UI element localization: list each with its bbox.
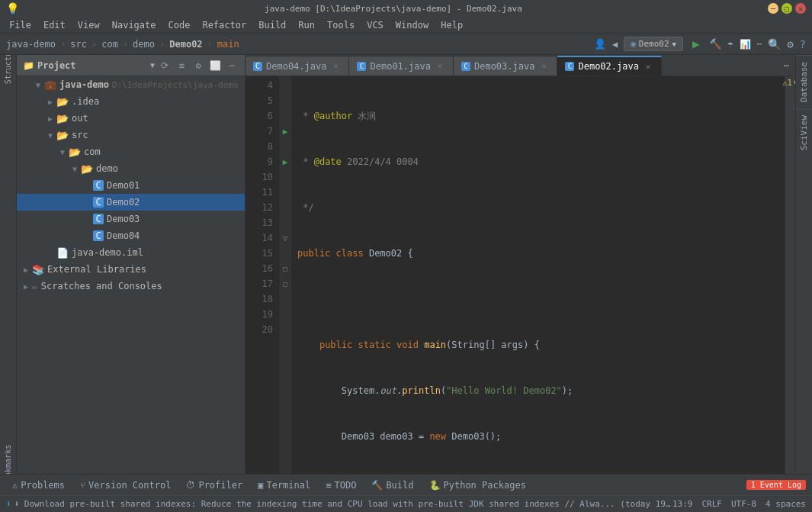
menu-vcs[interactable]: VCS (361, 17, 390, 34)
tree-item-demo04[interactable]: C Demo04 (17, 227, 245, 244)
tab-demo02-close[interactable]: ✕ (643, 61, 653, 72)
fold-line-16[interactable]: □ (279, 261, 291, 276)
build-tab[interactable]: 🔨 Build (365, 475, 419, 496)
code-line-11: Demo03 demo03 = new Demo03(); (297, 429, 778, 444)
indent-setting[interactable]: 4 spaces (765, 499, 806, 509)
sciview-tab[interactable]: SciView (796, 108, 812, 156)
tab-demo01-icon: C (357, 62, 366, 71)
profiler-button[interactable]: 📊 (740, 39, 751, 50)
menu-refactor[interactable]: Refactor (196, 17, 252, 34)
build-button[interactable]: 🔨 (709, 38, 721, 50)
tab-demo01-close[interactable]: ✕ (435, 61, 445, 72)
menu-window[interactable]: Window (390, 17, 435, 34)
line-ending[interactable]: CRLF (701, 499, 722, 509)
panel-options-icon[interactable]: ⋯ (225, 59, 239, 72)
terminal-tab[interactable]: ▣ Terminal (252, 475, 316, 496)
search-everywhere-btn[interactable]: 🔍 (768, 38, 781, 50)
menu-code[interactable]: Code (162, 17, 197, 34)
panel-dropdown[interactable]: ▼ (150, 61, 155, 69)
nav-demo02[interactable]: Demo02 (169, 39, 202, 50)
python-packages-tab[interactable]: 🐍 Python Packages (423, 475, 532, 496)
menu-tools[interactable]: Tools (321, 17, 361, 34)
event-log-button[interactable]: 1 Event Log (746, 480, 806, 490)
profiler-tab[interactable]: ⏱ Profiler (180, 475, 249, 496)
nav-src[interactable]: src (70, 39, 87, 50)
tree-item-scratches[interactable]: ▶ ✏ Scratches and Consoles (17, 278, 245, 295)
menu-file[interactable]: File (3, 17, 37, 34)
tree-item-demo02[interactable]: C Demo02 (17, 194, 245, 211)
tree-item-java-demo[interactable]: ▼ 💼 java-demo D:\IdeaProjects\java-demo (17, 76, 245, 93)
tree-item-out[interactable]: ▶ 📂 out (17, 110, 245, 127)
nav-demo[interactable]: demo (133, 39, 155, 50)
cursor-position[interactable]: 13:9 (672, 499, 693, 509)
run-line-7[interactable]: ▶ (279, 124, 291, 139)
collapse-all-icon[interactable]: ≡ (175, 59, 188, 72)
minimize-button[interactable]: ─ (768, 3, 778, 14)
nav-bar: java-demo › src › com › demo › Demo02 › … (0, 34, 812, 55)
app-icon: 💡 (6, 2, 19, 14)
expand-icon[interactable]: ⬜ (208, 59, 222, 72)
nav-user-icon[interactable]: 👤 (594, 38, 606, 50)
bookmarks-tab[interactable]: Bookmarks (0, 457, 16, 474)
nav-back-icon[interactable]: ◀ (612, 39, 618, 50)
fold-line-17[interactable]: □ (279, 276, 291, 291)
run-button[interactable]: ▶ (689, 37, 703, 51)
fold-line-14[interactable]: ▽ (279, 230, 291, 246)
expand-warnings-icon[interactable]: ▼ (794, 79, 795, 87)
tree-arrow-scratches: ▶ (20, 282, 32, 291)
tree-label-demo04: Demo04 (107, 230, 140, 241)
tree-label-idea: .idea (72, 96, 99, 107)
help-btn[interactable]: ? (800, 38, 806, 50)
tree-item-src[interactable]: ▼ 📂 src (17, 127, 245, 143)
menu-help[interactable]: Help (435, 17, 469, 34)
file-tree: ▼ 💼 java-demo D:\IdeaProjects\java-demo … (17, 76, 245, 474)
tab-demo01[interactable]: C Demo01.java ✕ (349, 56, 453, 76)
title-bar-title: java-demo [D:\IdeaProjects\java-demo] - … (19, 4, 768, 14)
menu-build[interactable]: Build (252, 17, 292, 34)
more-run-options[interactable]: ⋯ (757, 39, 762, 49)
database-tab[interactable]: Database (796, 55, 812, 108)
menu-edit[interactable]: Edit (37, 17, 72, 34)
nav-com[interactable]: com (101, 39, 118, 50)
sync-icon[interactable]: ⟳ (158, 59, 172, 72)
run-config-selector[interactable]: ◉ Demo02 ▼ (624, 37, 683, 51)
tree-item-com[interactable]: ▼ 📂 com (17, 143, 245, 160)
tab-demo03[interactable]: C Demo03.java ✕ (454, 56, 557, 76)
tab-demo02[interactable]: C Demo02.java ✕ (557, 56, 661, 76)
run-line-9[interactable]: ▶ (279, 154, 291, 169)
version-control-tab[interactable]: ⑂ Version Control (74, 475, 177, 496)
settings-btn[interactable]: ⚙ (787, 38, 793, 50)
info-message[interactable]: ⬇ Download pre-built shared indexes: Red… (14, 499, 672, 509)
encoding[interactable]: UTF-8 (731, 499, 756, 509)
settings-icon[interactable]: ⚙ (191, 59, 205, 72)
tab-demo04-close[interactable]: ✕ (330, 61, 341, 72)
coverage-button[interactable]: ☂ (727, 38, 733, 50)
close-button[interactable]: ✕ (795, 3, 806, 14)
todo-tab[interactable]: ≡ TODO (319, 475, 362, 496)
structure-tab[interactable]: Structure (0, 55, 16, 72)
menu-run[interactable]: Run (292, 17, 321, 34)
tab-demo03-close[interactable]: ✕ (538, 61, 549, 72)
event-log-area: 1 Event Log (746, 480, 806, 490)
menu-view[interactable]: View (72, 17, 106, 34)
tab-demo02-label: Demo02.java (578, 61, 638, 72)
nav-project[interactable]: java-demo (6, 39, 56, 50)
tree-item-demo03[interactable]: C Demo03 (17, 211, 245, 227)
tab-demo04[interactable]: C Demo04.java ✕ (246, 56, 349, 76)
tree-item-iml[interactable]: 📄 java-demo.iml (17, 244, 245, 261)
info-bar: ⬇ ⬇ Download pre-built shared indexes: R… (0, 495, 812, 512)
problems-tab[interactable]: ⚠ Problems (6, 475, 71, 496)
tab-more-button[interactable]: ⋯ (778, 56, 795, 76)
project-icon: 📁 (23, 60, 34, 71)
menu-navigate[interactable]: Navigate (106, 17, 162, 34)
tree-item-external-libs[interactable]: ▶ 📚 External Libraries (17, 261, 245, 278)
tree-item-demo[interactable]: ▼ 📂 demo (17, 160, 245, 177)
warning-indicator-top[interactable]: ⚠ 1 ▼ (785, 76, 795, 89)
tree-arrow-com: ▼ (56, 148, 69, 156)
tree-item-idea[interactable]: ▶ 📂 .idea (17, 93, 245, 110)
code-editor[interactable]: 4 5 6 7 8 9 10 11 12 13 14 15 16 17 18 1… (246, 76, 795, 474)
tree-item-demo01[interactable]: C Demo01 (17, 177, 245, 194)
code-content[interactable]: * @author 水润 * @date 2022/4/4 0004 */ pu… (291, 76, 785, 474)
maximize-button[interactable]: □ (782, 3, 792, 14)
nav-main[interactable]: main (217, 39, 239, 50)
